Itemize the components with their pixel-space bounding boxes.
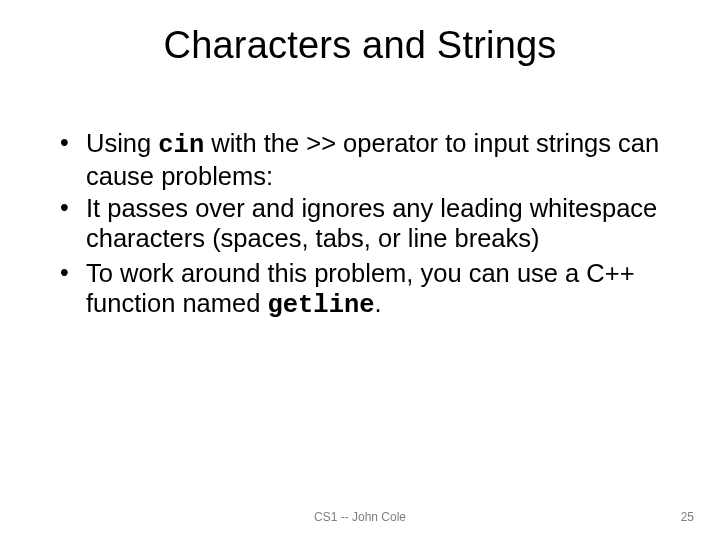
bullet-text-post: . [375, 289, 382, 317]
slide-title: Characters and Strings [0, 24, 720, 67]
bullet-list: Using cin with the >> operator to input … [58, 128, 670, 321]
bullet-text-pre: Using [86, 129, 158, 157]
code-span: cin [158, 131, 204, 160]
footer-center: CS1 -- John Cole [0, 510, 720, 524]
slide: Characters and Strings Using cin with th… [0, 0, 720, 540]
bullet-text-pre: It passes over and ignores any leading w… [86, 194, 657, 252]
bullet-item: It passes over and ignores any leading w… [58, 193, 670, 256]
slide-body: Using cin with the >> operator to input … [58, 128, 670, 323]
bullet-item: Using cin with the >> operator to input … [58, 128, 670, 191]
bullet-item: To work around this problem, you can use… [58, 258, 670, 321]
page-number: 25 [681, 510, 694, 524]
code-span: getline [267, 291, 374, 320]
